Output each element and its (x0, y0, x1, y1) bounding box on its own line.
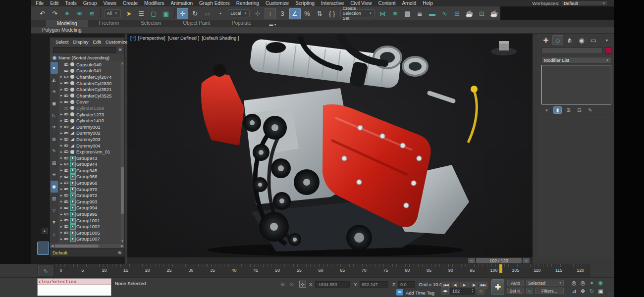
visibility-eye-icon[interactable] (63, 62, 69, 67)
scene-object-row[interactable]: Group966 (58, 174, 119, 180)
scene-object-row[interactable]: Capsule041 (58, 68, 119, 74)
funnel-x-icon[interactable]: ▽ (51, 204, 58, 216)
current-frame-marker[interactable] (499, 264, 502, 273)
basket-icon[interactable]: ⌂ (51, 228, 58, 240)
expand-arrow-icon[interactable] (59, 88, 63, 92)
zoom-extents-icon[interactable]: ● (588, 279, 596, 287)
ribbon-panel-label[interactable]: Polygon Modeling (42, 27, 82, 33)
workspaces-dropdown[interactable]: Default ▼ (562, 0, 607, 6)
panel-overflow-icon[interactable]: ▼ (601, 35, 612, 45)
horizontal-scrollbar[interactable]: ◀ ▶ (50, 243, 124, 248)
scene-object-row[interactable]: Dummy003 (58, 136, 119, 143)
scene-object-row[interactable]: Cylinder1410 (58, 117, 119, 124)
visibility-eye-icon[interactable] (63, 99, 69, 104)
menu-item[interactable]: Interactive (321, 0, 344, 6)
expand-arrow-icon[interactable] (59, 156, 63, 160)
field-of-view-icon[interactable]: ⊿ (570, 287, 578, 295)
set-keys-button[interactable]: ✚ (491, 279, 504, 295)
menu-item[interactable]: Scripting (295, 0, 315, 6)
vertical-scrollbar[interactable]: ▲ ▼ (120, 61, 124, 243)
set-key-button[interactable]: Set K. (507, 288, 524, 294)
visibility-eye-icon[interactable] (63, 212, 69, 216)
scene-object-row[interactable]: Group972 (58, 192, 119, 198)
scene-object-row[interactable]: ChamferCyl2830 (58, 80, 119, 87)
named-selection-set-dropdown[interactable]: Create Selection Set▼ (340, 9, 375, 17)
visibility-eye-icon[interactable] (63, 112, 69, 117)
auto-key-button[interactable]: Auto (507, 280, 524, 286)
visibility-eye-icon[interactable] (63, 231, 69, 235)
scene-object-row[interactable]: Dummy004 (58, 143, 119, 149)
show-end-result-icon[interactable]: ▮ (553, 106, 562, 114)
configure-modifier-sets-icon[interactable]: ✎ (586, 106, 594, 114)
spinner-icon[interactable]: ▲▼ (472, 289, 474, 294)
expand-arrow-icon[interactable] (59, 168, 63, 172)
selection-lock-icon[interactable]: ⊘ (289, 281, 294, 288)
key-filter-dropdown[interactable]: Selected▼ (526, 280, 564, 286)
list-icon[interactable]: ▤ (51, 157, 58, 169)
curve-editor-icon[interactable]: ∿ (439, 8, 450, 19)
key-mode-toggle-icon[interactable]: ◀▶ (441, 288, 449, 295)
expand-arrow-icon[interactable] (59, 181, 63, 185)
panel-thumbnail[interactable] (37, 242, 49, 255)
visibility-eye-icon[interactable] (63, 181, 69, 185)
expand-arrow-icon[interactable] (59, 137, 63, 141)
scene-object-row[interactable]: Group944 (58, 161, 119, 168)
explorer-menu-item[interactable]: Customize (106, 39, 128, 45)
scene-object-row[interactable]: Group1002 (58, 223, 119, 230)
globe-icon[interactable]: ◍ (51, 133, 58, 145)
time-slider-bar[interactable]: < 102 / 120 > (127, 257, 533, 264)
panel-expand-icon[interactable]: ▸ (42, 228, 48, 234)
modify-tab-icon[interactable]: ◇ (552, 35, 563, 45)
time-tag-icon[interactable]: ✉ (396, 289, 403, 296)
scene-object-row[interactable]: ChamferCyl2074 (58, 74, 119, 80)
timeline-ruler[interactable]: 0510152025303540455055606570758085909510… (56, 264, 586, 277)
maxscript-macro-line[interactable]: clearSelection (37, 278, 111, 285)
select-by-name-icon[interactable]: ☰ (136, 8, 147, 19)
select-object-icon[interactable]: ➤ (123, 8, 135, 19)
add-time-tag-label[interactable]: Add Time Tag (406, 290, 434, 296)
search-input[interactable] (53, 47, 116, 53)
menu-item[interactable]: Create (123, 0, 138, 6)
menu-item[interactable]: Modifiers (144, 0, 164, 6)
menu-item[interactable]: Group (83, 0, 97, 6)
percent-snap-icon[interactable]: % (302, 8, 313, 19)
scene-object-row[interactable]: Dummy002 (58, 130, 119, 137)
ribbon-tab[interactable]: Selection (130, 20, 172, 27)
scene-object-row[interactable]: Group1007 (58, 236, 119, 243)
menu-item[interactable]: Content (378, 0, 395, 6)
active-layer-name[interactable]: Default (53, 250, 67, 255)
expand-arrow-icon[interactable] (59, 144, 63, 148)
make-unique-icon[interactable]: ⊞ (564, 106, 573, 114)
select-and-move-icon[interactable]: ✛ (177, 8, 188, 19)
current-frame-field[interactable]: 102 ▲▼ (450, 288, 475, 295)
expand-arrow-icon[interactable] (59, 112, 63, 116)
visibility-eye-icon[interactable] (63, 156, 69, 160)
scene-object-row[interactable]: Cover (58, 99, 119, 105)
modifier-list-dropdown[interactable]: Modifier List ▼ (541, 57, 611, 63)
select-and-manipulate-icon[interactable]: ◔ (214, 8, 225, 19)
visibility-eye-icon[interactable] (63, 144, 69, 148)
menu-item[interactable]: Civil View (350, 0, 372, 6)
expand-arrow-icon[interactable] (59, 225, 63, 229)
schematic-view-icon[interactable]: ⊟ (451, 8, 463, 19)
angle-snap-icon[interactable]: ∠ (289, 8, 301, 19)
bind-to-space-warp-icon[interactable]: ≋ (86, 8, 98, 19)
expand-arrow-icon[interactable] (59, 194, 63, 198)
visibility-eye-icon[interactable] (63, 193, 69, 198)
mini-curve-editor-icon[interactable]: ∿ (38, 265, 53, 276)
zoom-extents-all-icon[interactable]: ◉ (596, 279, 605, 287)
expand-arrow-icon[interactable] (59, 94, 63, 98)
time-slider-value[interactable]: 102 / 120 (476, 258, 522, 263)
visibility-eye-icon[interactable] (63, 168, 69, 173)
menu-item[interactable]: Help (423, 0, 433, 6)
ribbon-toggle-icon[interactable]: ▬ (427, 8, 438, 19)
default-tangent-icon[interactable]: ∿ (526, 288, 533, 294)
menu-item[interactable]: Tools (65, 0, 76, 6)
remove-modifier-icon[interactable]: ⊟ (575, 106, 584, 114)
panel-divider[interactable] (542, 117, 609, 117)
scene-object-row[interactable]: Group1005 (58, 230, 119, 236)
orbit-icon[interactable]: ↻ (588, 287, 596, 295)
window-crossing-icon[interactable]: ▣ (161, 8, 172, 19)
geometry-circle-icon[interactable]: ● (51, 62, 58, 74)
ribbon-tab[interactable]: Populate (221, 20, 262, 27)
